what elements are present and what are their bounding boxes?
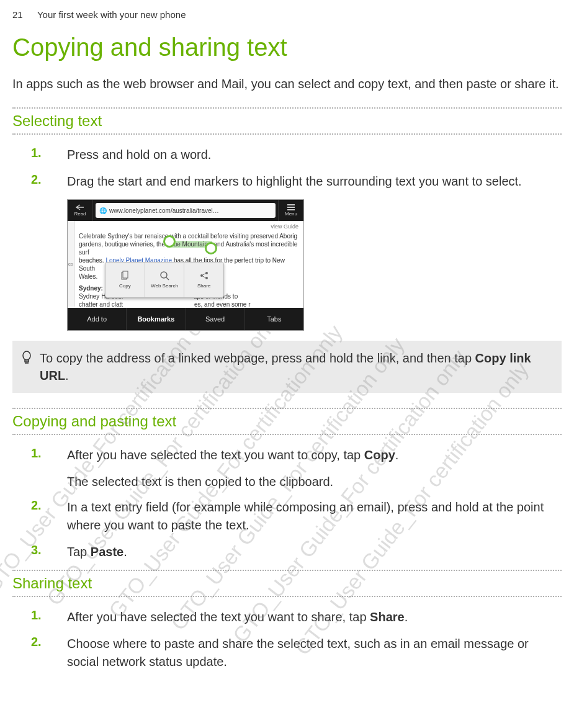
copying-steps-cont: 2. In a text entry field (for example wh… — [12, 498, 562, 561]
step-text: After you have selected the text you wan… — [67, 446, 562, 464]
step-item: 2. In a text entry field (for example wh… — [12, 498, 562, 534]
step-item: 3. Tap Paste. — [12, 543, 562, 561]
svg-rect-1 — [287, 207, 295, 208]
menu-label: Menu — [285, 211, 297, 217]
subheading-copying: Copying and pasting text — [12, 413, 562, 430]
selecting-steps: 1. Press and hold on a word. 2. Drag the… — [12, 146, 562, 191]
lightbulb-icon — [17, 349, 36, 384]
globe-icon: 🌐 — [99, 207, 107, 214]
divider — [12, 570, 562, 571]
highlight-wrap: Blue Mountains — [167, 240, 212, 248]
bottom-tab: Add to — [68, 308, 127, 330]
step-number: 2. — [12, 498, 67, 534]
step-item: 1. After you have selected the text you … — [12, 608, 562, 626]
body-text: ce with a cocktail before visiting prese… — [162, 233, 297, 240]
svg-point-5 — [161, 272, 167, 278]
popup-label: Web Search — [151, 283, 178, 289]
back-button: Read — [68, 200, 93, 221]
step-number: 1. — [12, 146, 67, 164]
popup-label: Share — [197, 283, 210, 289]
bottom-tab: Tabs — [245, 308, 303, 330]
bottom-tab: Bookmarks — [127, 308, 186, 330]
guide-label: view Guide — [79, 223, 298, 231]
sharing-steps: 1. After you have selected the text you … — [12, 608, 562, 671]
step-item: 2. Drag the start and end markers to hig… — [12, 173, 562, 191]
divider — [12, 596, 562, 597]
step-item: 1. After you have selected the text you … — [12, 446, 562, 464]
url-text: www.lonelyplanet.com/australia/travel… — [109, 207, 219, 214]
step-number: 1. — [12, 446, 67, 464]
shot-body: view Guide Celebrate Sydney's bar renais… — [68, 221, 303, 308]
tip-post: . — [65, 369, 69, 382]
svg-rect-13 — [25, 360, 29, 362]
svg-rect-4 — [123, 271, 128, 278]
popup-label: Copy — [119, 283, 131, 289]
step-text: After you have selected the text you wan… — [67, 608, 562, 626]
body-text: beaches. — [79, 257, 105, 264]
back-icon — [76, 204, 84, 210]
step-number: 1. — [12, 608, 67, 626]
step-number: 2. — [12, 173, 67, 191]
step-text: Drag the start and end markers to highli… — [67, 173, 562, 191]
search-icon — [159, 270, 170, 281]
svg-line-6 — [166, 277, 169, 280]
step-text: Tap Paste. — [67, 543, 562, 561]
step-number: 2. — [12, 635, 67, 671]
subheading-sharing: Sharing text — [12, 575, 562, 592]
shot-bottombar: Add to Bookmarks Saved Tabs — [68, 308, 303, 330]
selection-start-marker — [163, 235, 176, 248]
body-text: es, and even some r — [194, 301, 251, 308]
step-number: 3. — [12, 543, 67, 561]
popup-share: Share — [184, 263, 223, 297]
copy-icon — [119, 270, 130, 281]
copying-steps: 1. After you have selected the text you … — [12, 446, 562, 464]
page-header: 21 Your first week with your new phone — [12, 9, 562, 20]
popup-copy: Copy — [105, 263, 145, 297]
popup-websearch: Web Search — [145, 263, 185, 297]
step-text: Press and hold on a word. — [67, 146, 562, 164]
step-text: In a text entry field (for example while… — [67, 498, 562, 534]
url-bar: 🌐 www.lonelyplanet.com/australia/travel… — [96, 203, 276, 218]
tip-pre: To copy the address of a linked webpage,… — [40, 351, 475, 365]
svg-rect-0 — [287, 204, 295, 205]
section-name: Your first week with your new phone — [37, 9, 186, 20]
body-text: Wales. — [79, 273, 97, 280]
svg-rect-2 — [287, 209, 295, 210]
menu-button: Menu — [278, 200, 303, 221]
body-text: chatter and clatt — [79, 301, 123, 308]
svg-point-9 — [205, 277, 208, 279]
shot-topbar: Read 🌐 www.lonelyplanet.com/australia/tr… — [68, 200, 303, 221]
intro-text: In apps such as the web browser and Mail… — [12, 75, 562, 92]
bottom-tab: Saved — [186, 308, 245, 330]
divider — [12, 133, 562, 135]
subheading-selecting: Selecting text — [12, 112, 562, 130]
tip-box: To copy the address of a linked webpage,… — [12, 341, 562, 393]
share-icon — [199, 270, 210, 281]
body-text: gardens, boutique wineries, the — [79, 241, 167, 248]
back-label: Read — [74, 211, 86, 217]
selection-popup: Copy Web Search Share — [105, 262, 224, 298]
divider — [12, 434, 562, 435]
body-text: Celebrate Sydney's bar renais — [79, 233, 162, 240]
divider — [12, 107, 562, 109]
divider — [12, 408, 562, 409]
step-item: 1. Press and hold on a word. — [12, 146, 562, 164]
svg-line-11 — [202, 276, 205, 278]
page-number: 21 — [12, 9, 35, 20]
tip-text: To copy the address of a linked webpage,… — [36, 349, 553, 384]
svg-point-12 — [23, 351, 30, 360]
page-title: Copying and sharing text — [12, 34, 562, 61]
svg-line-10 — [202, 274, 205, 276]
menu-icon — [287, 204, 295, 210]
example-screenshot: Read 🌐 www.lonelyplanet.com/australia/tr… — [67, 199, 304, 331]
step-item: 2. Choose where to paste and share the s… — [12, 635, 562, 671]
step-text: Choose where to paste and share the sele… — [67, 635, 562, 671]
copying-note: The selected text is then copied to the … — [67, 473, 562, 491]
svg-point-8 — [205, 272, 208, 274]
selection-end-marker — [205, 242, 217, 254]
